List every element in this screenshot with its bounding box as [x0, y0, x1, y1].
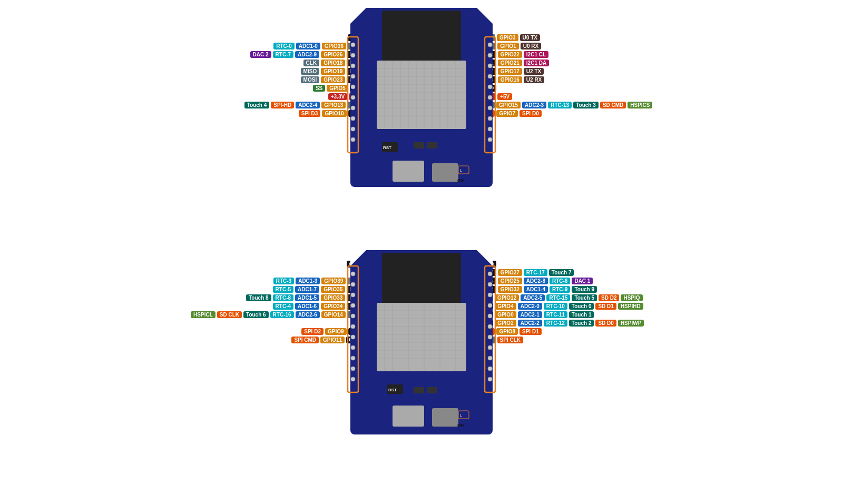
pin-label: DAC 1: [572, 278, 593, 284]
top-board-visual: RST L ON: [340, 8, 503, 220]
pin-label: SPI-HD: [271, 102, 294, 108]
pin-row: HSPICL SD CLK Touch 6 RTC-16 ADC2-6 GPIO…: [191, 311, 364, 318]
pin-label: U2 RX: [524, 76, 544, 83]
pin-label: RTC-10: [544, 303, 567, 310]
svg-point-77: [351, 303, 355, 308]
svg-point-27: [351, 64, 355, 68]
svg-point-44: [488, 127, 492, 131]
svg-point-76: [351, 293, 355, 297]
svg-point-75: [351, 282, 355, 286]
pin-label: SD CMD: [600, 102, 626, 108]
svg-rect-6: [377, 61, 466, 129]
svg-point-93: [488, 345, 492, 350]
pin-label: Touch 1: [569, 311, 594, 318]
bottom-board-section: GND NC RTC-3 ADC1-3 GPIO39 SVN RTC-5 ADC…: [26, 250, 817, 492]
top-right-pins: TXD GPIO3 U0 TX RXD GPIO1 U0 RX IO22 GPI…: [479, 34, 652, 118]
pin-label: ADC1-4: [524, 286, 548, 293]
pin-label: ADC2-5: [521, 294, 545, 301]
pin-label: RTC-3: [273, 278, 294, 284]
pin-label: ADC1-6: [295, 303, 319, 310]
svg-rect-49: [432, 163, 458, 182]
pin-label: RTC-16: [270, 311, 294, 318]
pin-label: SPI CMD: [291, 337, 319, 343]
svg-rect-101: [414, 387, 424, 393]
pin-label: HSPICS: [628, 102, 652, 108]
svg-point-94: [488, 356, 492, 360]
svg-point-32: [351, 116, 355, 121]
svg-point-38: [488, 64, 492, 68]
pin-label: ADC1-7: [295, 286, 319, 293]
pin-label: RTC-11: [544, 311, 567, 318]
pin-label: RTC-0: [273, 43, 294, 50]
pin-label: HSPIHD: [618, 303, 643, 310]
pin-label: SD CLK: [217, 311, 242, 318]
pin-label: ADC1-0: [296, 43, 320, 50]
top-board-section: RST RTC-0 ADC1-0 GPIO36 SVP DAC 2 RTC-7 …: [26, 8, 817, 224]
pin-label: Touch 0: [569, 303, 594, 310]
svg-text:L: L: [460, 169, 462, 172]
svg-rect-59: [377, 303, 466, 371]
pin-label: SPI D3: [299, 110, 321, 117]
svg-point-31: [351, 106, 355, 110]
svg-point-42: [488, 106, 492, 110]
pin-label: HSPICL: [191, 311, 215, 318]
pin-label: SPI D0: [519, 110, 542, 117]
pin-label: RTC-13: [548, 102, 572, 108]
pin-label: I2C1 DA: [524, 60, 549, 66]
bottom-left-pins: GND NC RTC-3 ADC1-3 GPIO39 SVN RTC-5 ADC…: [191, 261, 364, 344]
svg-rect-50: [414, 142, 424, 149]
svg-text:RST: RST: [383, 145, 391, 150]
svg-point-86: [488, 272, 492, 276]
svg-point-37: [488, 53, 492, 57]
pin-label: RTC-8: [273, 294, 293, 301]
pin-label: SS: [313, 85, 325, 92]
pin-label: ADC2-3: [522, 102, 546, 108]
svg-point-43: [488, 116, 492, 121]
svg-point-91: [488, 324, 492, 329]
pin-label: RTC-15: [546, 294, 570, 301]
pin-label: CLK: [303, 60, 320, 66]
pin-label: RTC-17: [524, 269, 547, 276]
svg-point-34: [351, 137, 355, 142]
svg-point-80: [351, 335, 355, 339]
svg-rect-48: [393, 161, 424, 182]
pin-label: SD D1: [595, 303, 616, 310]
pin-label: HSPIWP: [618, 320, 644, 327]
page: RST RTC-0 ADC1-0 GPIO36 SVP DAC 2 RTC-7 …: [0, 0, 843, 504]
svg-rect-58: [382, 253, 461, 305]
svg-point-83: [351, 367, 355, 371]
pin-label: Touch 3: [573, 102, 599, 108]
pin-row: TD0 GPIO15 ADC2-3 RTC-13 Touch 3 SD CMD …: [479, 102, 652, 108]
pin-label: Touch 7: [549, 269, 574, 276]
svg-point-89: [488, 303, 492, 308]
svg-text:RST: RST: [388, 388, 397, 392]
pin-row: TDI GPIO12 ADC2-5 RTC-15 Touch 5 SD D2 H…: [479, 294, 643, 301]
svg-point-41: [488, 95, 492, 100]
pin-label: Touch 9: [572, 286, 597, 293]
svg-point-87: [488, 282, 492, 286]
pin-label: ADC1-3: [296, 278, 320, 284]
pin-label: Touch 5: [572, 294, 597, 301]
svg-point-82: [351, 356, 355, 360]
pin-label: SPI D1: [519, 328, 542, 335]
pin-label: MOSI: [301, 76, 320, 83]
svg-point-28: [351, 74, 355, 78]
pin-label: ADC2-6: [296, 311, 320, 318]
bottom-board-visual: RST L ON: [340, 250, 503, 472]
svg-point-79: [351, 324, 355, 329]
pin-label: RTC-6: [550, 278, 570, 284]
pin-label: I2C1 CL: [524, 51, 548, 58]
pin-label: SD D2: [599, 294, 619, 301]
pin-label: Touch 2: [569, 320, 594, 327]
svg-point-40: [488, 85, 492, 89]
svg-point-95: [488, 367, 492, 371]
svg-point-84: [351, 377, 355, 381]
svg-rect-102: [427, 387, 437, 393]
svg-point-25: [351, 43, 355, 47]
svg-point-30: [351, 95, 355, 100]
pin-label: ADC2-9: [295, 51, 319, 58]
svg-text:ON: ON: [457, 423, 464, 428]
pin-label: RTC-4: [273, 303, 293, 310]
pin-row: IO2 GPIO2 ADC2-2 RTC-12 Touch 2 SD D0 HS…: [479, 320, 644, 327]
svg-point-36: [488, 43, 492, 47]
